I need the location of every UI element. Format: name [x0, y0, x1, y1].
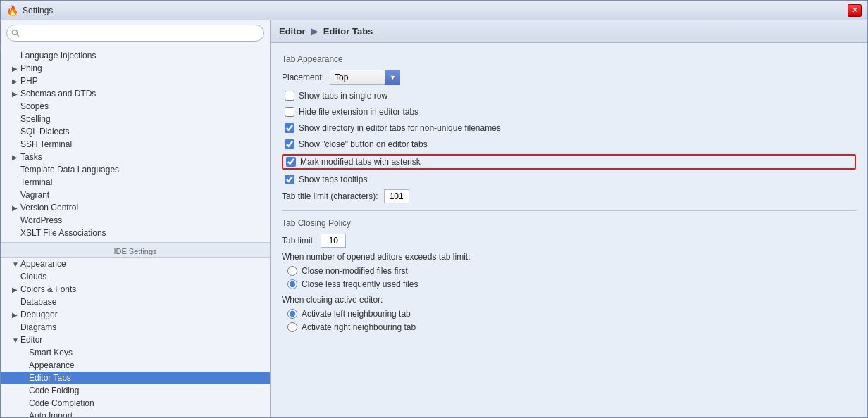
titlebar: 🔥 Settings ✕: [1, 1, 867, 20]
sidebar-item-tasks[interactable]: ▶Tasks: [1, 151, 270, 163]
arrow: ▶: [12, 286, 20, 293]
arrow: ▶: [12, 90, 20, 98]
main-panel: Editor ▶ Editor Tabs Tab Appearance Plac…: [271, 20, 867, 417]
sidebar-item-colors-fonts[interactable]: ▶Colors & Fonts: [1, 283, 270, 296]
show-tooltips-label: Show tabs tooltips: [299, 175, 367, 184]
show-close-button-checkbox[interactable]: [285, 139, 294, 149]
placement-dropdown[interactable]: Top Bottom Left Right None: [330, 70, 400, 85]
sidebar-item-language-injections[interactable]: Language Injections: [1, 49, 270, 62]
show-directory-label: Show directory in editor tabs for non-un…: [299, 123, 501, 133]
show-directory-checkbox[interactable]: [285, 123, 294, 133]
arrow: ▶: [12, 204, 20, 212]
sidebar-item-debugger[interactable]: ▶Debugger: [1, 308, 270, 321]
sidebar-item-code-folding[interactable]: Code Folding: [1, 384, 270, 397]
hide-file-extension-row: Hide file extension in editor tabs: [282, 106, 856, 118]
sidebar-item-appearance[interactable]: ▼Appearance: [1, 258, 270, 270]
search-input[interactable]: [6, 25, 264, 42]
search-box: [1, 20, 270, 46]
sidebar-item-code-completion[interactable]: Code Completion: [1, 397, 270, 410]
arrow: ▶: [12, 153, 20, 161]
sidebar-item-sql-dialects[interactable]: SQL Dialects: [1, 125, 270, 138]
titlebar-left: 🔥 Settings: [6, 5, 53, 16]
close-non-modified-label: Close non-modified files first: [302, 266, 408, 276]
activate-right-label: Activate right neighbouring tab: [302, 322, 416, 332]
sidebar-item-clouds[interactable]: Clouds: [1, 270, 270, 283]
sidebar-item-ssh-terminal[interactable]: SSH Terminal: [1, 138, 270, 151]
sidebar: Language Injections ▶Phing ▶PHP ▶Schemas…: [1, 20, 271, 417]
hide-file-extension-checkbox[interactable]: [285, 107, 294, 117]
show-tabs-single-row-row: Show tabs in single row: [282, 89, 856, 102]
breadcrumb-part1: Editor: [279, 26, 306, 37]
arrow: ▼: [12, 336, 20, 344]
panel-header: Editor ▶ Editor Tabs: [271, 20, 867, 43]
tab-closing-policy-title: Tab Closing Policy: [282, 218, 856, 228]
sidebar-item-scopes[interactable]: Scopes: [1, 100, 270, 113]
sidebar-item-schemas-dtds[interactable]: ▶Schemas and DTDs: [1, 87, 270, 100]
settings-window: 🔥 Settings ✕ Language Injections ▶Phing …: [0, 0, 868, 418]
sidebar-item-phing[interactable]: ▶Phing: [1, 62, 270, 75]
sidebar-item-diagrams[interactable]: Diagrams: [1, 321, 270, 334]
sidebar-item-terminal[interactable]: Terminal: [1, 176, 270, 189]
tab-limit-input[interactable]: [321, 234, 346, 248]
divider1: [282, 210, 856, 211]
tab-title-limit-row: Tab title limit (characters):: [282, 189, 856, 203]
sidebar-item-auto-import[interactable]: Auto Import: [1, 410, 270, 417]
activate-right-row: Activate right neighbouring tab: [282, 322, 856, 332]
sidebar-item-smart-keys[interactable]: Smart Keys: [1, 346, 270, 359]
show-tabs-single-row-checkbox[interactable]: [285, 91, 294, 101]
arrow: ▶: [12, 77, 20, 85]
breadcrumb-separator: ▶: [311, 26, 321, 37]
show-tooltips-row: Show tabs tooltips: [282, 173, 856, 186]
placement-dropdown-wrapper: Top Bottom Left Right None: [330, 70, 400, 85]
close-button[interactable]: ✕: [848, 4, 862, 17]
sidebar-item-database[interactable]: Database: [1, 296, 270, 308]
arrow: ▶: [12, 311, 20, 319]
tab-limit-row: Tab limit:: [282, 234, 856, 248]
closing-active-label-row: When closing active editor:: [282, 295, 856, 305]
window-title: Settings: [23, 6, 53, 15]
close-non-modified-radio[interactable]: [287, 266, 297, 276]
tab-appearance-title: Tab Appearance: [282, 54, 856, 64]
closing-active-label: When closing active editor:: [282, 295, 383, 305]
sidebar-item-version-control[interactable]: ▶Version Control: [1, 201, 270, 214]
placement-label: Placement:: [282, 72, 324, 82]
sidebar-item-spelling[interactable]: Spelling: [1, 113, 270, 125]
placement-row: Placement: Top Bottom Left Right None: [282, 70, 856, 85]
content-area: Language Injections ▶Phing ▶PHP ▶Schemas…: [1, 20, 867, 417]
show-close-button-label: Show "close" button on editor tabs: [299, 139, 428, 149]
hide-file-extension-label: Hide file extension in editor tabs: [299, 107, 418, 117]
sidebar-item-vagrant[interactable]: Vagrant: [1, 189, 270, 201]
sidebar-item-template-data-languages[interactable]: Template Data Languages: [1, 163, 270, 176]
show-close-button-row: Show "close" button on editor tabs: [282, 138, 856, 151]
tree: Language Injections ▶Phing ▶PHP ▶Schemas…: [1, 46, 270, 417]
sidebar-item-editor-tabs[interactable]: Editor Tabs: [1, 372, 270, 384]
show-tooltips-checkbox[interactable]: [285, 175, 294, 184]
tab-title-limit-input[interactable]: [384, 189, 409, 203]
show-directory-row: Show directory in editor tabs for non-un…: [282, 122, 856, 134]
sidebar-item-editor-appearance[interactable]: Appearance: [1, 359, 270, 372]
mark-modified-row: Mark modified tabs with asterisk: [282, 154, 856, 170]
sidebar-item-editor[interactable]: ▼Editor: [1, 334, 270, 346]
close-non-modified-row: Close non-modified files first: [282, 266, 856, 276]
arrow: ▼: [12, 260, 20, 268]
mark-modified-checkbox[interactable]: [286, 157, 296, 167]
app-icon: 🔥: [6, 5, 18, 16]
exceeds-label: When number of opened editors exceeds ta…: [282, 252, 470, 262]
sidebar-item-xslt[interactable]: XSLT File Associations: [1, 227, 270, 239]
activate-right-radio[interactable]: [287, 322, 297, 332]
activate-left-radio[interactable]: [287, 309, 297, 319]
ide-settings-header: IDE Settings: [1, 242, 270, 258]
arrow: ▶: [12, 65, 20, 72]
sidebar-item-wordpress[interactable]: WordPress: [1, 214, 270, 227]
activate-left-row: Activate left neighbouring tab: [282, 309, 856, 319]
tab-limit-label: Tab limit:: [282, 236, 315, 246]
exceeds-label-row: When number of opened editors exceeds ta…: [282, 252, 856, 262]
close-less-frequent-row: Close less frequently used files: [282, 279, 856, 289]
tab-title-limit-label: Tab title limit (characters):: [282, 191, 378, 201]
panel-content: Tab Appearance Placement: Top Bottom Lef…: [271, 43, 867, 417]
close-less-frequent-radio[interactable]: [287, 279, 297, 289]
mark-modified-label: Mark modified tabs with asterisk: [300, 157, 421, 167]
activate-left-label: Activate left neighbouring tab: [302, 309, 411, 319]
show-tabs-single-row-label: Show tabs in single row: [299, 91, 388, 101]
sidebar-item-php[interactable]: ▶PHP: [1, 75, 270, 87]
